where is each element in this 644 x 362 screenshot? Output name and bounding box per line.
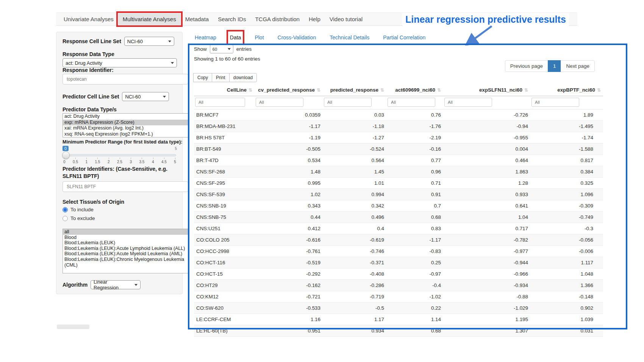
column-header-expslfn11-nci60[interactable]: expSLFN11_nci60⇅: [443, 84, 530, 96]
table-row[interactable]: LE:HL-60(TB) 0.951 0.934 0.68 1.307 0.03…: [194, 325, 603, 337]
response-data-type-select[interactable]: act: Drug Activity: [63, 58, 177, 67]
table-row[interactable]: CO:SW-620 -0.533 -0.5 0.22 -1.029 0.902: [194, 303, 603, 314]
cellline-cell: CO:HCC-2998: [194, 246, 255, 257]
table-row[interactable]: CNS:U251 0.412 0.4 0.83 0.717 -0.3: [194, 223, 603, 234]
table-row[interactable]: LE:CCRF-CEM 1.16 1.17 1.14 1.195 1.039: [194, 314, 603, 325]
tab-heatmap[interactable]: Heatmap: [194, 33, 217, 42]
export-button-print[interactable]: Print: [212, 73, 230, 82]
predicted-response-cell: -1.27: [323, 132, 386, 144]
cv-predicted-response-cell: -0.616: [255, 234, 323, 246]
page-number-button[interactable]: 1: [548, 60, 561, 72]
radio-to-exclude[interactable]: To exclude: [63, 215, 177, 221]
table-row[interactable]: CNS:SF-295 0.995 1.01 0.71 1.28 0.325: [194, 178, 603, 189]
predicted-response-cell: 0.4: [323, 223, 386, 234]
predictor-cell-line-set-select[interactable]: NCI-60: [122, 92, 169, 101]
sort-icon[interactable]: ⇅: [437, 87, 441, 93]
table-row[interactable]: CO:KM12 -0.721 -0.719 -1.02 -0.88 -0.148: [194, 291, 603, 303]
tab-cross-validation[interactable]: Cross-Validation: [277, 33, 317, 42]
column-header-predicted-response[interactable]: predicted_response⇅: [323, 84, 386, 96]
tab-technical-details[interactable]: Technical Details: [329, 33, 370, 42]
table-row[interactable]: CO:HCT-116 -0.519 -0.371 0.25 -0.944 1.1…: [194, 257, 603, 268]
sort-icon[interactable]: ⇅: [597, 87, 601, 93]
table-row[interactable]: CNS:SNB-19 0.343 0.342 0.7 0.641 -0.309: [194, 200, 603, 212]
nav-item-help[interactable]: Help: [304, 13, 325, 25]
expbptf-cell: -0.148: [530, 291, 603, 303]
cv-predicted-response-cell: -0.162: [255, 280, 323, 291]
nav-item-tcga-distribution[interactable]: TCGA distribution: [250, 13, 304, 25]
table-row[interactable]: BR:HS 578T -1.19 -1.27 -2.19 -0.955 -1.7…: [194, 132, 603, 144]
tab-partial-correlation[interactable]: Partial Correlation: [382, 33, 426, 42]
column-header-expbptf-nci60[interactable]: expBPTF_nci60⇅: [530, 84, 603, 96]
column-header-cellline[interactable]: CellLine⇅: [194, 84, 255, 96]
table-row[interactable]: CO:HCT-15 -0.292 -0.408 -0.97 -0.966 1.0…: [194, 268, 603, 280]
table-row[interactable]: CNS:SF-268 1.48 1.45 0.96 1.863 0.384: [194, 166, 603, 178]
cv-predicted-response-cell: 0.951: [255, 325, 323, 337]
listbox-option-xai-mrna-expression-avg-log2-int[interactable]: xai: mRNA Expression (Avg. log2 Int.): [63, 125, 188, 131]
annotation-arrow-icon: [463, 25, 496, 45]
column-header-cv-predicted-response[interactable]: cv_predicted_response⇅: [255, 84, 323, 96]
export-button-copy[interactable]: Copy: [193, 73, 212, 82]
cv-predicted-response-cell: -1.17: [255, 121, 323, 132]
predicted-response-cell: 0.934: [323, 325, 386, 337]
slider-handle[interactable]: [62, 151, 70, 159]
expbptf-cell: 1.096: [530, 189, 603, 200]
predicted-response-cell: -0.408: [323, 268, 386, 280]
column-header-act609699-nci60[interactable]: act609699_nci60⇅: [386, 84, 443, 96]
nav-item-search-ids[interactable]: Search IDs: [213, 13, 250, 25]
column-filter-input[interactable]: [324, 98, 372, 107]
column-filter-input[interactable]: [444, 98, 492, 107]
column-filter-input[interactable]: [531, 98, 579, 107]
next-page-button[interactable]: Next page: [561, 60, 595, 72]
listbox-option-act-drug-activity[interactable]: act: Drug Activity: [63, 114, 188, 120]
listbox-option-exp-mrna-expression-z-score[interactable]: exp: mRNA Expression (Z-Score): [63, 120, 188, 126]
table-row[interactable]: BR:BT-549 -0.505 -0.524 -0.16 0.004 -1.5…: [194, 144, 603, 155]
column-filter-input[interactable]: [388, 98, 435, 107]
table-row[interactable]: BR:MDA-MB-231 -1.17 -1.18 -1.76 -0.94 -1…: [194, 121, 603, 132]
predictor-identifiers-input[interactable]: [63, 181, 188, 192]
table-row[interactable]: CO:COLO 205 -0.616 -0.619 -1.17 -0.782 -…: [194, 234, 603, 246]
sort-icon[interactable]: ⇅: [317, 87, 320, 93]
nav-item-multivariate-analyses[interactable]: Multivariate Analyses: [118, 13, 181, 25]
listbox-option-all[interactable]: all: [63, 229, 188, 235]
column-filter-input[interactable]: [195, 98, 245, 107]
cellline-cell: CO:HCT-116: [194, 257, 255, 268]
response-cell-line-set-select[interactable]: NCI-60: [124, 37, 174, 46]
show-entries-control: Show 60 entries: [194, 45, 252, 53]
listbox-option-blood-leukemia-leuk-acute-lymphoid-leukemia-all[interactable]: Blood:Leukemia (LEUK):Acute Lymphoid Leu…: [63, 246, 188, 251]
cellline-cell: CO:HCT-15: [194, 268, 255, 280]
previous-page-button[interactable]: Previous page: [505, 60, 548, 72]
algorithm-select[interactable]: Linear Regression: [91, 280, 141, 289]
nav-item-univariate-analyses[interactable]: Univariate Analyses: [59, 13, 118, 25]
table-row[interactable]: CNS:SF-539 1.02 0.994 0.91 0.933 1.096: [194, 189, 603, 200]
listbox-option-blood-leukemia-leuk-acute-myeloid-leukemia-aml[interactable]: Blood:Leukemia (LEUK):Acute Myeloid Leuk…: [63, 251, 188, 257]
listbox-option-blood[interactable]: Blood: [63, 235, 188, 240]
page-length-select[interactable]: 60: [210, 45, 233, 53]
sort-icon[interactable]: ⇅: [380, 87, 384, 93]
chevron-down-icon: [134, 284, 138, 286]
cellline-cell: CO:KM12: [194, 291, 255, 303]
listbox-option-blood-leukemia-leuk-chronic-myelogenous-leukemia-cml[interactable]: Blood:Leukemia (LEUK):Chronic Myelogenou…: [63, 257, 188, 268]
response-identifier-input[interactable]: [63, 74, 188, 84]
radio-to-include[interactable]: To include: [63, 207, 177, 212]
sidebar-form: Response Cell Line Set NCI-60 Response D…: [56, 32, 183, 294]
table-row[interactable]: CO:HCC-2998 -0.761 -0.746 -0.83 -0.977 -…: [194, 246, 603, 257]
column-filter-input[interactable]: [256, 98, 303, 107]
nav-item-metadata[interactable]: Metadata: [181, 13, 214, 25]
nav-item-video-tutorial[interactable]: Video tutorial: [325, 13, 367, 25]
table-row[interactable]: BR:MCF7 0.0359 0.03 0.76 -0.726 1.89: [194, 109, 603, 121]
slider-track[interactable]: [63, 154, 176, 156]
tab-plot[interactable]: Plot: [254, 33, 264, 42]
listbox-option-xsq-rna-seq-expression-log2-fpkm-1[interactable]: xsq: RNA-seq Expression (log2 FPKM+1.): [63, 131, 188, 137]
table-row[interactable]: CO:HT29 -0.162 -0.286 -0.4 -0.934 1.366: [194, 280, 603, 291]
export-button-download[interactable]: download: [229, 73, 257, 82]
table-row[interactable]: BR:T-47D 0.534 0.564 0.77 0.464 0.817: [194, 155, 603, 166]
expbptf-cell: -0.006: [530, 246, 603, 257]
listbox-option-blood-leukemia-leuk[interactable]: Blood:Leukemia (LEUK): [63, 240, 188, 246]
sort-icon[interactable]: ⇅: [249, 87, 252, 93]
predicted-response-cell: 0.496: [323, 212, 386, 223]
slider-tick-2-5: 2.5: [117, 160, 122, 164]
table-row[interactable]: CNS:SNB-75 0.44 0.496 0.68 1.04 -0.749: [194, 212, 603, 223]
predicted-response-cell: -1.18: [323, 121, 386, 132]
sort-icon[interactable]: ⇅: [524, 87, 528, 93]
tab-data[interactable]: Data: [229, 33, 242, 42]
